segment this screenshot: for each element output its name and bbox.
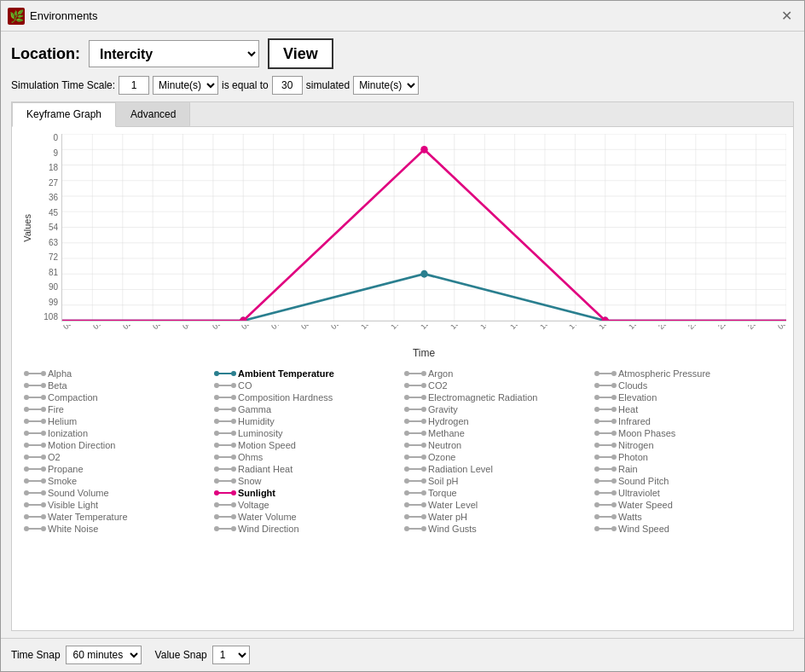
legend-item-propane[interactable]: Propane — [26, 463, 209, 475]
legend-item-argon[interactable]: Argon — [406, 368, 589, 379]
sim-unit-select-2[interactable]: Minute(s) — [353, 76, 419, 95]
x-tick: 00:00 — [776, 325, 786, 331]
legend-label: Electromagnetic Radiation — [428, 392, 537, 403]
legend-item-heat[interactable]: Heat — [596, 403, 779, 415]
svg-point-41 — [420, 146, 427, 154]
legend-label: Heat — [618, 404, 638, 414]
legend-item-humidity[interactable]: Humidity — [216, 415, 399, 427]
time-snap-select[interactable]: 1 minute 5 minutes 10 minutes 15 minutes… — [66, 646, 142, 664]
legend-item-ambient-temperature[interactable]: Ambient Temperature — [216, 368, 399, 379]
legend-item-radiant-heat[interactable]: Radiant Heat — [216, 463, 399, 475]
legend-item-alpha[interactable]: Alpha — [26, 368, 209, 379]
close-button[interactable]: ✕ — [776, 6, 797, 26]
legend-item-photon[interactable]: Photon — [596, 451, 779, 463]
legend-label: Ambient Temperature — [238, 368, 334, 379]
legend-item-compaction[interactable]: Compaction — [26, 391, 209, 403]
x-tick: 08:00 — [299, 325, 313, 331]
legend-item-sunlight[interactable]: Sunlight — [216, 487, 399, 499]
y-axis: 108 99 90 81 72 63 54 45 36 27 18 9 0 — [36, 134, 61, 322]
sim-unit-select-1[interactable]: Minute(s) — [153, 76, 218, 95]
legend-label: Photon — [618, 452, 648, 462]
legend-label: Sunlight — [238, 488, 275, 498]
legend-item-em-radiation[interactable]: Electromagnetic Radiation — [406, 391, 589, 403]
legend-item-gamma[interactable]: Gamma — [216, 403, 399, 415]
legend-item-co2[interactable]: CO2 — [406, 379, 589, 391]
legend-item-rain[interactable]: Rain — [596, 463, 779, 475]
legend-item-sound-volume[interactable]: Sound Volume — [26, 487, 209, 499]
sim-time-input[interactable]: 1 — [119, 77, 148, 94]
legend-item-luminosity[interactable]: Luminosity — [216, 427, 399, 439]
legend-label: Voltage — [238, 500, 269, 510]
tab-keyframe-graph[interactable]: Keyframe Graph — [12, 102, 116, 127]
x-tick: 12:00 — [419, 325, 432, 331]
y-tick: 9 — [53, 149, 58, 158]
legend-item-wind-speed[interactable]: Wind Speed — [596, 523, 779, 535]
legend-item-smoke[interactable]: Smoke — [26, 475, 209, 487]
legend-label: Ohms — [238, 452, 263, 462]
legend-item-methane[interactable]: Methane — [406, 427, 589, 439]
legend-item-ionization[interactable]: Ionization — [26, 427, 209, 439]
legend-item-radiation-level[interactable]: Radiation Level — [406, 463, 589, 475]
legend-label: Neutron — [428, 440, 461, 450]
legend-item-white-noise[interactable]: White Noise — [26, 523, 209, 535]
legend-item-water-level[interactable]: Water Level — [406, 499, 589, 511]
legend-item-wind-gusts[interactable]: Wind Gusts — [406, 523, 589, 535]
legend-item-sound-pitch[interactable]: Sound Pitch — [596, 475, 779, 487]
legend-label: Water Speed — [618, 500, 673, 510]
legend-item-fire[interactable]: Fire — [26, 403, 209, 415]
legend-item-visible-light[interactable]: Visible Light — [26, 499, 209, 511]
legend-item-composition-hardness[interactable]: Composition Hardness — [216, 391, 399, 403]
legend-item-water-ph[interactable]: Water pH — [406, 511, 589, 523]
legend-item-water-temperature[interactable]: Water Temperature — [26, 511, 209, 523]
legend-label: Torque — [428, 488, 457, 498]
legend-item-moon-phases[interactable]: Moon Phases — [596, 427, 779, 439]
legend-item-torque[interactable]: Torque — [406, 487, 589, 499]
y-tick: 63 — [49, 239, 58, 247]
location-select[interactable]: Intercity — [89, 40, 259, 67]
value-snap-group: Value Snap 1 5 10 25 50 — [155, 646, 250, 664]
x-tick: 05:00 — [211, 325, 224, 331]
value-snap-select[interactable]: 1 5 10 25 50 — [212, 646, 250, 664]
legend-label: Motion Speed — [238, 440, 296, 450]
legend-item-o2[interactable]: O2 — [26, 451, 209, 463]
legend-item-co[interactable]: CO — [216, 379, 399, 391]
legend-label: O2 — [48, 452, 61, 462]
legend-item-watts[interactable]: Watts — [596, 511, 779, 523]
legend-item-water-volume[interactable]: Water Volume — [216, 511, 399, 523]
tab-advanced[interactable]: Advanced — [116, 102, 190, 126]
legend-item-hydrogen[interactable]: Hydrogen — [406, 415, 589, 427]
legend-item-wind-direction[interactable]: Wind Direction — [216, 523, 399, 535]
chart-svg-area[interactable] — [61, 134, 786, 322]
sim-value-input[interactable]: 30 — [272, 76, 303, 95]
view-button[interactable]: View — [268, 38, 333, 69]
legend-label: Methane — [428, 428, 465, 438]
legend-item-neutron[interactable]: Neutron — [406, 439, 589, 451]
legend-item-beta[interactable]: Beta — [26, 379, 209, 391]
legend-label: Water Level — [428, 500, 478, 510]
legend-item-nitrogen[interactable]: Nitrogen — [596, 439, 779, 451]
legend-item-atmospheric-pressure[interactable]: Atmospheric Pressure — [596, 368, 779, 379]
legend-item-gravity[interactable]: Gravity — [406, 403, 589, 415]
legend-item-ohms[interactable]: Ohms — [216, 451, 399, 463]
legend-item-ultraviolet[interactable]: Ultraviolet — [596, 487, 779, 499]
legend-item-clouds[interactable]: Clouds — [596, 379, 779, 391]
legend-label: Humidity — [238, 416, 275, 426]
legend-item-water-speed[interactable]: Water Speed — [596, 499, 779, 511]
legend-item-infrared[interactable]: Infrared — [596, 415, 779, 427]
legend-item-voltage[interactable]: Voltage — [216, 499, 399, 511]
y-tick: 45 — [49, 209, 58, 217]
legend-item-elevation[interactable]: Elevation — [596, 391, 779, 403]
legend-item-soil-ph[interactable]: Soil pH — [406, 475, 589, 487]
legend-label: Watts — [618, 512, 642, 522]
legend-item-ozone[interactable]: Ozone — [406, 451, 589, 463]
legend-label: Wind Gusts — [428, 524, 477, 534]
legend-item-motion-speed[interactable]: Motion Speed — [216, 439, 399, 451]
x-tick: 14:00 — [478, 325, 492, 331]
x-tick: 07:00 — [269, 325, 283, 331]
legend-label: Rain — [618, 464, 638, 474]
legend-label: Gamma — [238, 404, 271, 414]
bottom-bar: Time Snap 1 minute 5 minutes 10 minutes … — [1, 638, 804, 671]
legend-item-helium[interactable]: Helium — [26, 415, 209, 427]
legend-item-motion-direction[interactable]: Motion Direction — [26, 439, 209, 451]
legend-item-snow[interactable]: Snow — [216, 475, 399, 487]
